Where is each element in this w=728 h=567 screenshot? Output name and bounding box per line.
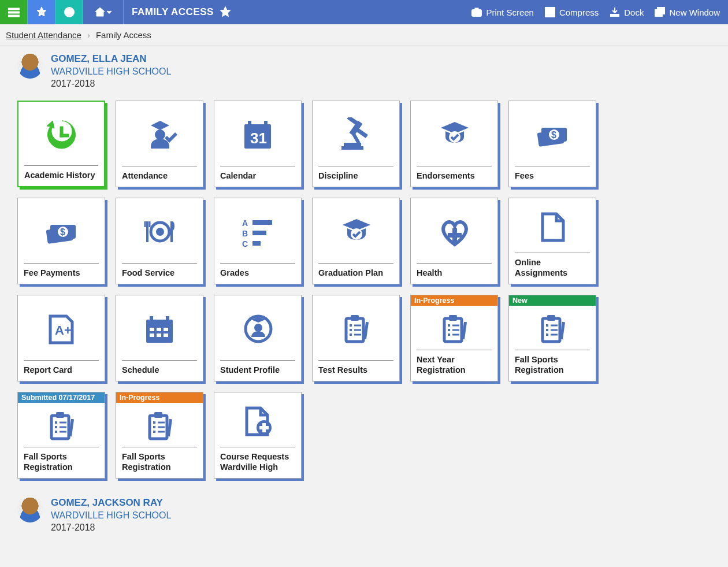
tile-fee-payments[interactable]: Fee Payments bbox=[17, 198, 105, 284]
clipboard-icon bbox=[532, 312, 573, 346]
menu-button[interactable] bbox=[0, 0, 28, 24]
tile-fall-sports-registration[interactable]: New Fall Sports Registration bbox=[508, 295, 596, 381]
gavel-icon bbox=[336, 117, 376, 152]
tile-icon-area bbox=[214, 101, 301, 166]
clipboard-icon bbox=[336, 312, 376, 346]
tile-schedule[interactable]: Schedule bbox=[116, 295, 203, 381]
topbar-actions: Print Screen Compress Dock New Window bbox=[471, 0, 728, 24]
dock-button[interactable]: Dock bbox=[609, 6, 644, 18]
tile-online-assignments[interactable]: Online Assignments bbox=[508, 198, 596, 284]
favorites-button[interactable] bbox=[28, 0, 55, 24]
student-meta: GOMEZ, JACKSON RAY WARDVILLE HIGH SCHOOL… bbox=[51, 497, 171, 533]
tile-label: Endorsements bbox=[417, 166, 492, 187]
student-header: GOMEZ, ELLA JEAN WARDVILLE HIGH SCHOOL 2… bbox=[17, 53, 711, 89]
breadcrumb-current: Family Access bbox=[96, 30, 151, 40]
page-title-area: FAMILY ACCESS bbox=[124, 0, 239, 24]
tile-health[interactable]: Health bbox=[410, 198, 498, 284]
money-icon bbox=[532, 117, 573, 152]
dock-icon bbox=[609, 6, 621, 18]
svg-rect-54 bbox=[475, 8, 478, 10]
profile-icon bbox=[237, 312, 278, 346]
breadcrumb-parent[interactable]: Student Attendance bbox=[6, 30, 81, 40]
tile-fall-sports-registration[interactable]: In-Progress Fall Sports Registration bbox=[116, 392, 203, 479]
student-year: 2017-2018 bbox=[51, 79, 171, 89]
breadcrumb: Student Attendance › Family Access bbox=[0, 24, 728, 46]
tile-label: Fall Sports Registration bbox=[515, 350, 590, 381]
star-outline-icon[interactable] bbox=[220, 6, 231, 18]
tile-icon-area bbox=[214, 198, 301, 263]
camera-icon bbox=[471, 6, 482, 18]
tile-badge: Submitted 07/17/2017 bbox=[18, 392, 105, 403]
tile-report-card[interactable]: Report Card bbox=[17, 295, 105, 381]
tile-label: Health bbox=[417, 263, 492, 284]
tile-grades[interactable]: Grades bbox=[214, 198, 302, 284]
compress-label: Compress bbox=[559, 8, 599, 17]
tile-icon-area bbox=[214, 392, 301, 447]
home-icon bbox=[94, 6, 106, 18]
tile-icon-area bbox=[18, 295, 105, 360]
tile-course-requests-wardville-high[interactable]: Course Requests Wardville High bbox=[214, 392, 302, 479]
history-icon bbox=[41, 117, 81, 152]
home-button[interactable] bbox=[83, 0, 124, 24]
tile-label: Report Card bbox=[24, 360, 99, 381]
svg-rect-57 bbox=[658, 8, 664, 14]
food-icon bbox=[139, 214, 180, 249]
tile-fees[interactable]: Fees bbox=[508, 101, 596, 187]
new-window-icon bbox=[654, 6, 666, 18]
student-block: GOMEZ, JACKSON RAY WARDVILLE HIGH SCHOOL… bbox=[0, 490, 728, 533]
tile-label: Graduation Plan bbox=[318, 263, 393, 284]
avatar bbox=[17, 53, 43, 79]
svg-rect-49 bbox=[8, 12, 20, 13]
calendar-icon bbox=[237, 117, 278, 152]
tile-attendance[interactable]: Attendance bbox=[116, 101, 203, 187]
dock-label: Dock bbox=[624, 8, 644, 17]
tile-label: Course Requests Wardville High bbox=[220, 447, 295, 478]
clipboard-icon bbox=[139, 409, 180, 443]
svg-rect-48 bbox=[8, 8, 20, 10]
tile-icon-area bbox=[313, 101, 399, 166]
tile-endorsements[interactable]: Endorsements bbox=[410, 101, 498, 187]
tile-label: Grades bbox=[220, 263, 295, 284]
tile-icon-area bbox=[18, 102, 104, 165]
tile-badge: In-Progress bbox=[411, 295, 497, 306]
docplus-icon bbox=[237, 403, 278, 438]
tile-label: Academic History bbox=[24, 165, 98, 186]
tile-next-year-registration[interactable]: In-Progress Next Year Registration bbox=[410, 295, 498, 381]
tile-label: Student Profile bbox=[220, 360, 295, 381]
tile-label: Next Year Registration bbox=[417, 350, 492, 381]
tile-label: Schedule bbox=[122, 360, 197, 381]
tile-label: Test Results bbox=[318, 360, 393, 381]
tile-graduation-plan[interactable]: Graduation Plan bbox=[312, 198, 400, 284]
tile-icon-area bbox=[411, 101, 497, 166]
clipboard-icon bbox=[41, 409, 81, 443]
new-window-button[interactable]: New Window bbox=[654, 6, 720, 18]
new-window-label: New Window bbox=[669, 8, 720, 17]
tile-food-service[interactable]: Food Service bbox=[116, 198, 203, 284]
tile-calendar[interactable]: Calendar bbox=[214, 101, 302, 187]
tile-icon-area bbox=[411, 198, 497, 263]
print-screen-button[interactable]: Print Screen bbox=[471, 6, 534, 18]
doc-icon bbox=[532, 209, 573, 244]
tile-label: Attendance bbox=[122, 166, 197, 187]
breadcrumb-separator: › bbox=[87, 30, 90, 40]
attendance-icon bbox=[139, 117, 180, 152]
student-school: WARDVILLE HIGH SCHOOL bbox=[51, 510, 171, 521]
schedule-icon bbox=[139, 312, 180, 346]
tile-grid: Academic History Attendance Calendar Dis… bbox=[17, 97, 711, 490]
tile-discipline[interactable]: Discipline bbox=[312, 101, 400, 187]
globe-icon bbox=[64, 6, 75, 18]
page-title: FAMILY ACCESS bbox=[132, 6, 214, 18]
tile-fall-sports-registration[interactable]: Submitted 07/17/2017 Fall Sports Registr… bbox=[17, 392, 105, 479]
tile-icon-area bbox=[509, 198, 596, 253]
compress-button[interactable]: Compress bbox=[544, 6, 599, 18]
tile-icon-area bbox=[116, 403, 203, 447]
tile-test-results[interactable]: Test Results bbox=[312, 295, 400, 381]
tile-label: Fees bbox=[515, 166, 590, 187]
tile-academic-history[interactable]: Academic History bbox=[17, 101, 105, 187]
tile-label: Calendar bbox=[220, 166, 295, 187]
svg-rect-50 bbox=[8, 15, 20, 17]
student-meta: GOMEZ, ELLA JEAN WARDVILLE HIGH SCHOOL 2… bbox=[51, 53, 171, 89]
tile-student-profile[interactable]: Student Profile bbox=[214, 295, 302, 381]
student-header: GOMEZ, JACKSON RAY WARDVILLE HIGH SCHOOL… bbox=[17, 497, 711, 533]
globe-button[interactable] bbox=[55, 0, 83, 24]
